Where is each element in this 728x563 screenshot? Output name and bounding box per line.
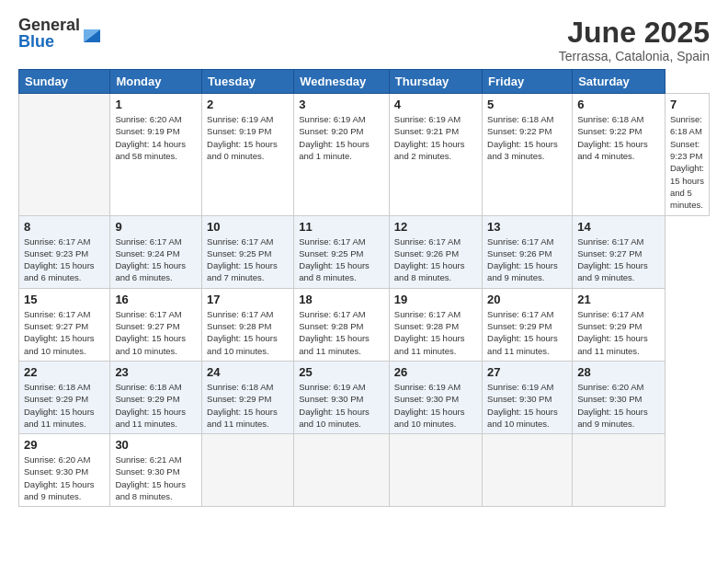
calendar-cell: 11Sunrise: 6:17 AMSunset: 9:25 PMDayligh… — [294, 215, 390, 288]
calendar-cell: 23Sunrise: 6:18 AMSunset: 9:29 PMDayligh… — [110, 361, 202, 433]
day-number: 30 — [115, 438, 197, 452]
day-number: 23 — [115, 365, 197, 379]
calendar-cell: 15Sunrise: 6:17 AMSunset: 9:27 PMDayligh… — [19, 288, 110, 361]
day-info: Sunrise: 6:17 AMSunset: 9:27 PMDaylight:… — [24, 308, 105, 357]
calendar-week-1: 1Sunrise: 6:20 AMSunset: 9:19 PMDaylight… — [19, 94, 710, 215]
day-number: 16 — [115, 293, 197, 306]
title-block: June 2025 Terrassa, Catalonia, Spain — [559, 17, 710, 63]
header-monday: Monday — [110, 70, 202, 94]
day-info: Sunrise: 6:19 AMSunset: 9:30 PMDaylight:… — [487, 381, 567, 430]
day-number: 1 — [115, 98, 197, 111]
day-info: Sunrise: 6:18 AMSunset: 9:29 PMDaylight:… — [115, 381, 197, 430]
day-number: 25 — [299, 365, 384, 379]
day-number: 5 — [487, 98, 567, 111]
header-wednesday: Wednesday — [294, 70, 390, 94]
calendar-cell: 13Sunrise: 6:17 AMSunset: 9:26 PMDayligh… — [483, 215, 573, 288]
day-info: Sunrise: 6:19 AMSunset: 9:20 PMDaylight:… — [299, 113, 384, 162]
day-number: 7 — [670, 98, 704, 111]
header-friday: Friday — [483, 70, 573, 94]
calendar-cell: 14Sunrise: 6:17 AMSunset: 9:27 PMDayligh… — [573, 215, 665, 288]
calendar-body: 1Sunrise: 6:20 AMSunset: 9:19 PMDaylight… — [19, 94, 710, 507]
day-number: 12 — [394, 220, 477, 234]
header: General Blue June 2025 Terrassa, Catalon… — [18, 17, 710, 63]
calendar-cell: 8Sunrise: 6:17 AMSunset: 9:23 PMDaylight… — [19, 215, 110, 288]
calendar-cell: 5Sunrise: 6:18 AMSunset: 9:22 PMDaylight… — [483, 94, 573, 215]
day-info: Sunrise: 6:18 AMSunset: 9:22 PMDaylight:… — [487, 113, 567, 162]
day-info: Sunrise: 6:18 AMSunset: 9:29 PMDaylight:… — [207, 381, 289, 430]
day-number: 27 — [487, 365, 567, 379]
day-number: 29 — [24, 438, 105, 452]
calendar-cell — [573, 434, 665, 507]
day-info: Sunrise: 6:20 AMSunset: 9:19 PMDaylight:… — [115, 113, 197, 162]
calendar-cell: 30Sunrise: 6:21 AMSunset: 9:30 PMDayligh… — [110, 434, 202, 507]
day-number: 19 — [394, 293, 477, 306]
calendar-cell — [294, 434, 390, 507]
day-info: Sunrise: 6:20 AMSunset: 9:30 PMDaylight:… — [24, 454, 105, 502]
subtitle: Terrassa, Catalonia, Spain — [559, 49, 710, 63]
calendar-cell: 19Sunrise: 6:17 AMSunset: 9:28 PMDayligh… — [389, 288, 482, 361]
day-number: 17 — [207, 293, 289, 306]
day-info: Sunrise: 6:17 AMSunset: 9:26 PMDaylight:… — [394, 236, 477, 284]
calendar-week-4: 22Sunrise: 6:18 AMSunset: 9:29 PMDayligh… — [19, 361, 710, 433]
day-info: Sunrise: 6:17 AMSunset: 9:29 PMDaylight:… — [577, 308, 660, 357]
calendar-cell: 1Sunrise: 6:20 AMSunset: 9:19 PMDaylight… — [110, 94, 202, 215]
calendar-cell — [19, 94, 110, 215]
logo-general: General — [18, 17, 80, 33]
calendar-cell: 12Sunrise: 6:17 AMSunset: 9:26 PMDayligh… — [389, 215, 482, 288]
main-title: June 2025 — [559, 17, 710, 49]
day-info: Sunrise: 6:18 AMSunset: 9:29 PMDaylight:… — [24, 381, 105, 430]
day-number: 8 — [24, 220, 105, 234]
calendar-cell: 2Sunrise: 6:19 AMSunset: 9:19 PMDaylight… — [202, 94, 294, 215]
calendar-cell: 6Sunrise: 6:18 AMSunset: 9:22 PMDaylight… — [573, 94, 665, 215]
calendar-cell: 28Sunrise: 6:20 AMSunset: 9:30 PMDayligh… — [573, 361, 665, 433]
day-number: 20 — [487, 293, 567, 306]
day-number: 10 — [207, 220, 289, 234]
day-info: Sunrise: 6:19 AMSunset: 9:21 PMDaylight:… — [394, 113, 477, 162]
day-info: Sunrise: 6:17 AMSunset: 9:25 PMDaylight:… — [299, 236, 384, 284]
day-info: Sunrise: 6:18 AMSunset: 9:22 PMDaylight:… — [577, 113, 660, 162]
calendar-cell: 24Sunrise: 6:18 AMSunset: 9:29 PMDayligh… — [202, 361, 294, 433]
calendar-cell — [389, 434, 482, 507]
calendar-cell: 18Sunrise: 6:17 AMSunset: 9:28 PMDayligh… — [294, 288, 390, 361]
calendar-week-2: 8Sunrise: 6:17 AMSunset: 9:23 PMDaylight… — [19, 215, 710, 288]
calendar-cell: 27Sunrise: 6:19 AMSunset: 9:30 PMDayligh… — [483, 361, 573, 433]
day-info: Sunrise: 6:17 AMSunset: 9:24 PMDaylight:… — [115, 236, 197, 284]
calendar-cell: 25Sunrise: 6:19 AMSunset: 9:30 PMDayligh… — [294, 361, 390, 433]
day-info: Sunrise: 6:19 AMSunset: 9:30 PMDaylight:… — [299, 381, 384, 430]
day-number: 6 — [577, 98, 660, 111]
calendar-cell: 4Sunrise: 6:19 AMSunset: 9:21 PMDaylight… — [389, 94, 482, 215]
day-number: 4 — [394, 98, 477, 111]
day-info: Sunrise: 6:17 AMSunset: 9:28 PMDaylight:… — [394, 308, 477, 357]
page: General Blue June 2025 Terrassa, Catalon… — [0, 0, 728, 563]
day-number: 3 — [299, 98, 384, 111]
calendar-cell: 22Sunrise: 6:18 AMSunset: 9:29 PMDayligh… — [19, 361, 110, 433]
calendar-cell: 20Sunrise: 6:17 AMSunset: 9:29 PMDayligh… — [483, 288, 573, 361]
header-row: Sunday Monday Tuesday Wednesday Thursday… — [19, 70, 710, 94]
calendar-cell: 17Sunrise: 6:17 AMSunset: 9:28 PMDayligh… — [202, 288, 294, 361]
day-info: Sunrise: 6:17 AMSunset: 9:27 PMDaylight:… — [577, 236, 660, 284]
logo: General Blue — [18, 17, 100, 50]
day-info: Sunrise: 6:21 AMSunset: 9:30 PMDaylight:… — [115, 454, 197, 502]
day-number: 28 — [577, 365, 660, 379]
calendar-cell: 9Sunrise: 6:17 AMSunset: 9:24 PMDaylight… — [110, 215, 202, 288]
header-saturday: Saturday — [573, 70, 665, 94]
calendar-week-5: 29Sunrise: 6:20 AMSunset: 9:30 PMDayligh… — [19, 434, 710, 507]
header-tuesday: Tuesday — [202, 70, 294, 94]
calendar-cell — [483, 434, 573, 507]
calendar-cell: 3Sunrise: 6:19 AMSunset: 9:20 PMDaylight… — [294, 94, 390, 215]
day-info: Sunrise: 6:17 AMSunset: 9:23 PMDaylight:… — [24, 236, 105, 284]
day-number: 22 — [24, 365, 105, 379]
calendar-cell: 7Sunrise: 6:18 AMSunset: 9:23 PMDaylight… — [665, 94, 709, 215]
day-info: Sunrise: 6:17 AMSunset: 9:25 PMDaylight:… — [207, 236, 289, 284]
day-number: 21 — [577, 293, 660, 306]
day-number: 15 — [24, 293, 105, 306]
day-number: 26 — [394, 365, 477, 379]
calendar-cell: 21Sunrise: 6:17 AMSunset: 9:29 PMDayligh… — [573, 288, 665, 361]
day-info: Sunrise: 6:17 AMSunset: 9:26 PMDaylight:… — [487, 236, 567, 284]
day-number: 18 — [299, 293, 384, 306]
header-sunday: Sunday — [19, 70, 110, 94]
day-info: Sunrise: 6:20 AMSunset: 9:30 PMDaylight:… — [577, 381, 660, 430]
day-number: 9 — [115, 220, 197, 234]
calendar-cell: 16Sunrise: 6:17 AMSunset: 9:27 PMDayligh… — [110, 288, 202, 361]
calendar-cell: 26Sunrise: 6:19 AMSunset: 9:30 PMDayligh… — [389, 361, 482, 433]
